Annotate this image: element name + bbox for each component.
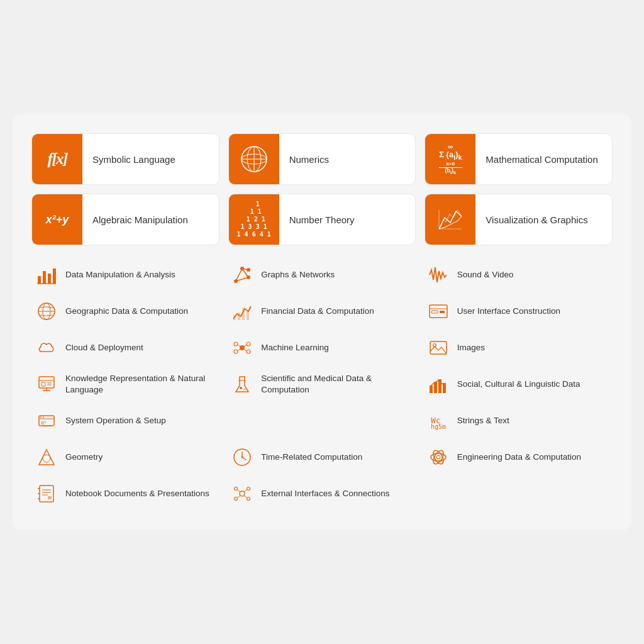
social-icon [427, 373, 450, 396]
list-item-engineering-data[interactable]: Engineering Data & Computation [423, 440, 613, 474]
list-grid: Data Manipulation & Analysis Graphs & Ne… [31, 258, 613, 511]
geometry-icon [35, 446, 58, 469]
svg-rect-55 [443, 383, 446, 393]
svg-rect-79 [48, 496, 52, 499]
images-label: Images [457, 342, 485, 353]
symbolic-language-label: Symbolic Language [82, 154, 186, 165]
svg-point-70 [242, 457, 243, 458]
external-icon [231, 482, 253, 505]
svg-text:hg5m: hg5m [431, 423, 446, 430]
list-item-strings-text[interactable]: Wc hg5m Strings & Text [423, 404, 613, 438]
svg-rect-9 [48, 274, 51, 284]
featured-card-algebraic-manipulation[interactable]: x²+y Algebraic Manipulation [31, 194, 219, 245]
external-interfaces-label: External Interfaces & Connections [261, 488, 389, 499]
featured-card-numerics[interactable]: Numerics [228, 133, 416, 185]
list-item-data-manipulation[interactable]: Data Manipulation & Analysis [31, 258, 221, 292]
svg-rect-26 [247, 310, 249, 320]
list-item-system-operation[interactable]: System Operation & Setup [31, 404, 221, 438]
list-item-images[interactable]: Images [423, 331, 613, 365]
svg-rect-30 [440, 311, 445, 313]
list-item-time-related[interactable]: Time-Related Computation [227, 440, 416, 474]
svg-point-32 [234, 342, 238, 346]
svg-rect-44 [42, 382, 45, 386]
knowledge-representation-label: Knowledge Representation & Natural Langu… [65, 373, 217, 395]
geometry-label: Geometry [65, 452, 103, 463]
strings-icon: Wc hg5m [427, 409, 450, 432]
svg-rect-42 [39, 377, 54, 388]
number-theory-icon: 1 1 1 1 2 1 1 3 3 1 1 4 6 4 1 [229, 194, 279, 245]
svg-line-91 [244, 496, 247, 497]
system-operation-label: System Operation & Setup [65, 415, 166, 426]
visualization-graphics-icon [425, 194, 475, 245]
svg-point-83 [240, 491, 245, 496]
svg-rect-8 [43, 271, 46, 284]
featured-grid: f[x] Symbolic Language Numerics ∞ Σ [31, 133, 613, 245]
system-icon [35, 409, 58, 432]
svg-rect-23 [233, 315, 236, 320]
list-item-external-interfaces[interactable]: External Interfaces & Connections [227, 477, 416, 511]
list-item-knowledge-representation[interactable]: Knowledge Representation & Natural Langu… [31, 367, 221, 401]
featured-card-symbolic-language[interactable]: f[x] Symbolic Language [31, 133, 219, 185]
numerics-icon [229, 134, 279, 184]
scientific-icon [231, 373, 253, 396]
engineering-data-label: Engineering Data & Computation [457, 452, 581, 463]
svg-line-37 [244, 345, 247, 347]
svg-line-39 [244, 349, 247, 351]
svg-point-59 [43, 417, 44, 418]
waveform-icon [427, 264, 450, 286]
svg-point-34 [234, 350, 238, 353]
svg-rect-75 [40, 486, 53, 502]
svg-line-90 [238, 496, 240, 497]
graphs-networks-label: Graphs & Networks [261, 269, 335, 280]
geographic-data-label: Geographic Data & Computation [65, 306, 188, 317]
svg-rect-25 [242, 308, 245, 320]
list-item-sound-video[interactable]: Sound & Video [423, 258, 613, 292]
svg-point-33 [247, 342, 250, 346]
svg-rect-40 [430, 341, 447, 354]
svg-rect-10 [53, 269, 56, 284]
algebraic-manipulation-icon: x²+y [32, 194, 82, 245]
featured-card-mathematical-computation[interactable]: ∞ Σ (ai)k k=0 (bi)k Mathematical Computa… [425, 133, 613, 185]
list-item-user-interface[interactable]: User Interface Construction [423, 294, 613, 328]
image-icon [427, 336, 450, 359]
knowledge-icon [35, 373, 58, 396]
svg-point-50 [240, 387, 242, 389]
graph-icon [231, 264, 253, 286]
strings-text-label: Strings & Text [457, 415, 509, 426]
svg-point-74 [436, 455, 440, 459]
notebook-icon [35, 482, 58, 505]
list-item-financial-data[interactable]: Financial Data & Computation [227, 294, 416, 328]
list-item-geographic-data[interactable]: Geographic Data & Computation [31, 294, 221, 328]
list-item-notebook-documents[interactable]: Notebook Documents & Presentations [31, 477, 221, 511]
sound-video-label: Sound & Video [457, 269, 514, 280]
svg-line-36 [238, 345, 240, 347]
svg-rect-24 [238, 313, 240, 320]
scientific-medical-label: Scientific and Medical Data & Computatio… [261, 373, 413, 395]
cloud-deployment-label: Cloud & Deployment [65, 342, 143, 353]
bar-chart-icon [35, 264, 58, 286]
svg-line-88 [238, 490, 240, 492]
featured-card-number-theory[interactable]: 1 1 1 1 2 1 1 3 3 1 1 4 6 4 1 Number The… [228, 194, 416, 245]
globe-icon [35, 300, 58, 323]
visualization-graphics-label: Visualization & Graphics [475, 214, 597, 225]
machine-learning-label: Machine Learning [261, 342, 328, 353]
list-item-scientific-medical[interactable]: Scientific and Medical Data & Computatio… [227, 367, 416, 401]
featured-card-visualization-graphics[interactable]: Visualization & Graphics [425, 194, 613, 245]
time-related-label: Time-Related Computation [261, 452, 362, 463]
list-item-cloud-deployment[interactable]: Cloud & Deployment [31, 331, 221, 365]
svg-line-89 [244, 490, 247, 492]
svg-point-31 [240, 345, 245, 350]
list-item-machine-learning[interactable]: Machine Learning [227, 331, 416, 365]
cloud-icon [35, 336, 58, 359]
list-item-graphs-networks[interactable]: Graphs & Networks [227, 258, 416, 292]
user-interface-label: User Interface Construction [457, 306, 560, 317]
svg-point-84 [235, 487, 238, 491]
svg-point-87 [247, 497, 250, 501]
data-manipulation-label: Data Manipulation & Analysis [65, 269, 175, 280]
list-item-social-cultural[interactable]: Social, Cultural & Linguistic Data [423, 367, 613, 401]
algebraic-manipulation-label: Algebraic Manipulation [82, 214, 198, 225]
svg-point-35 [247, 350, 250, 353]
svg-point-58 [40, 417, 42, 418]
main-container: f[x] Symbolic Language Numerics ∞ Σ [13, 114, 631, 530]
list-item-geometry[interactable]: Geometry [31, 440, 221, 474]
